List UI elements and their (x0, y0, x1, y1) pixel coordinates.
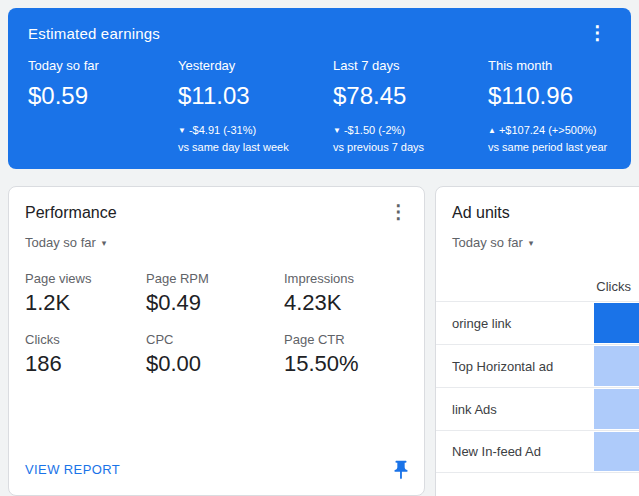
overflow-menu-icon[interactable]: ⋮ (385, 203, 412, 221)
trend-down-icon: ▼ (178, 126, 186, 135)
metric-value: $0.00 (146, 351, 284, 377)
chevron-down-icon: ▾ (529, 238, 534, 248)
metric-value: $0.49 (146, 290, 284, 316)
metric-label: Clicks (25, 332, 146, 348)
earnings-col-compare: vs same day last week (178, 140, 333, 155)
metric-label: Page views (25, 271, 146, 287)
ad-units-table: oringe link Top Horizontal ad link Ads N… (436, 301, 639, 473)
performance-metrics: Page views 1.2K Page RPM $0.49 Impressio… (25, 271, 412, 377)
performance-card: Performance ⋮ Today so far ▾ Page views … (8, 186, 425, 496)
period-label: Today so far (452, 235, 523, 250)
ad-units-period-dropdown[interactable]: Today so far ▾ (452, 235, 533, 250)
delta-text: +$107.24 (+>500%) (499, 124, 597, 136)
metric-value: 4.23K (284, 290, 412, 316)
metric-label: Page CTR (284, 332, 412, 348)
earnings-col-delta: ▼-$4.91 (-31%) (178, 123, 333, 138)
clicks-column-header: Clicks (593, 279, 631, 295)
delta-text: -$4.91 (-31%) (189, 124, 256, 136)
ad-unit-name: oringe link (452, 316, 511, 331)
ad-unit-row[interactable]: oringe link (436, 301, 639, 344)
ad-units-card: Ad units Today so far ▾ Clicks oringe li… (435, 186, 639, 496)
clicks-bar (594, 389, 639, 429)
period-label: Today so far (25, 235, 96, 250)
earnings-col-value: $110.96 (488, 81, 611, 111)
earnings-col-compare: vs same period last year (488, 140, 611, 155)
earnings-col-delta: ▲+$107.24 (+>500%) (488, 123, 611, 138)
metric-label: CPC (146, 332, 284, 348)
ad-unit-name: link Ads (452, 402, 497, 417)
clicks-bar (594, 432, 639, 471)
performance-period-dropdown[interactable]: Today so far ▾ (25, 235, 106, 250)
metric-clicks: Clicks 186 (25, 332, 146, 377)
earnings-columns: Today so far $0.59 Yesterday $11.03 ▼-$4… (28, 58, 611, 155)
ad-units-title: Ad units (452, 203, 639, 223)
earnings-col-value: $78.45 (333, 81, 488, 111)
chevron-down-icon: ▾ (102, 238, 107, 248)
clicks-bar (594, 303, 639, 343)
earnings-col-label: Today so far (28, 58, 178, 74)
ad-unit-name: Top Horizontal ad (452, 359, 553, 374)
earnings-col-last-7-days: Last 7 days $78.45 ▼-$1.50 (-2%) vs prev… (333, 58, 488, 155)
performance-title: Performance (25, 203, 117, 223)
metric-value: 186 (25, 351, 146, 377)
overflow-menu-icon[interactable]: ⋮ (584, 24, 611, 42)
pin-icon (390, 459, 412, 481)
ad-unit-name: New In-feed Ad (452, 444, 541, 459)
estimated-earnings-card: Estimated earnings ⋮ Today so far $0.59 … (8, 8, 631, 169)
view-report-button[interactable]: VIEW REPORT (25, 456, 120, 483)
metric-page-views: Page views 1.2K (25, 271, 146, 316)
earnings-col-this-month: This month $110.96 ▲+$107.24 (+>500%) vs… (488, 58, 611, 155)
ad-unit-row[interactable]: New In-feed Ad (436, 430, 639, 473)
metric-page-rpm: Page RPM $0.49 (146, 271, 284, 316)
earnings-title: Estimated earnings (28, 24, 160, 44)
pin-button[interactable] (388, 457, 414, 483)
metric-label: Impressions (284, 271, 412, 287)
earnings-col-compare: vs previous 7 days (333, 140, 488, 155)
metric-value: 1.2K (25, 290, 146, 316)
earnings-col-value: $0.59 (28, 81, 178, 111)
earnings-col-label: This month (488, 58, 611, 74)
trend-down-icon: ▼ (333, 126, 341, 135)
trend-up-icon: ▲ (488, 126, 496, 135)
earnings-col-delta: ▼-$1.50 (-2%) (333, 123, 488, 138)
earnings-col-value: $11.03 (178, 81, 333, 111)
adsense-dashboard: Estimated earnings ⋮ Today so far $0.59 … (0, 0, 639, 496)
ad-unit-row[interactable]: Top Horizontal ad (436, 344, 639, 387)
metric-cpc: CPC $0.00 (146, 332, 284, 377)
ad-unit-row[interactable]: link Ads (436, 387, 639, 430)
metric-value: 15.50% (284, 351, 412, 377)
earnings-col-yesterday: Yesterday $11.03 ▼-$4.91 (-31%) vs same … (178, 58, 333, 155)
clicks-bar (594, 346, 639, 386)
delta-text: -$1.50 (-2%) (344, 124, 405, 136)
earnings-col-label: Last 7 days (333, 58, 488, 74)
earnings-col-label: Yesterday (178, 58, 333, 74)
earnings-col-today: Today so far $0.59 (28, 58, 178, 155)
metric-page-ctr: Page CTR 15.50% (284, 332, 412, 377)
metric-impressions: Impressions 4.23K (284, 271, 412, 316)
metric-label: Page RPM (146, 271, 284, 287)
